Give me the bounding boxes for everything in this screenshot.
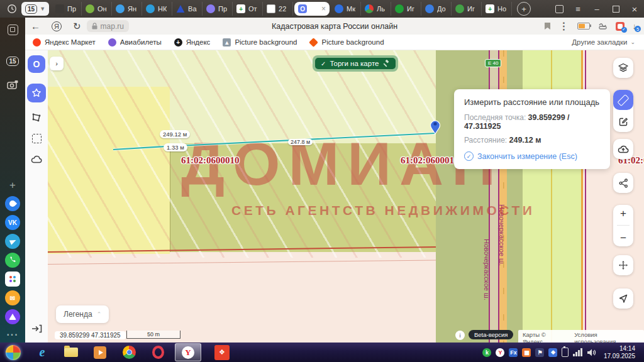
downloads-icon[interactable]: ↓ 5: [633, 21, 637, 31]
browser-tab[interactable]: Иг: [452, 2, 482, 16]
edit-button[interactable]: [613, 111, 633, 132]
tab-group-chip[interactable]: 15 ▼: [21, 2, 49, 16]
zoom-out-button[interactable]: −: [620, 233, 626, 243]
start-button[interactable]: [5, 344, 21, 361]
sidebar-add-icon[interactable]: +: [6, 178, 19, 192]
taskbar-ie[interactable]: e: [34, 344, 50, 361]
alice-icon[interactable]: [5, 309, 20, 324]
share-button[interactable]: [613, 173, 633, 193]
bookmark-favicon: +: [174, 38, 182, 47]
map-viewport[interactable]: E 40 Новочеркасское ш. Новочеркасское ш.…: [48, 50, 644, 343]
more-options-icon[interactable]: ⋮: [559, 20, 569, 32]
browser-tab[interactable]: Ян: [112, 2, 142, 16]
other-bookmarks-button[interactable]: Другие закладки⌄: [572, 38, 644, 46]
bookmark-icon[interactable]: [544, 22, 551, 30]
yandex-apps-icon[interactable]: [5, 272, 20, 287]
info-icon[interactable]: i: [455, 331, 465, 340]
taskbar-chrome[interactable]: [121, 344, 137, 361]
cadastral-number[interactable]: 61:02:0600010: [181, 155, 240, 166]
browser-tab[interactable]: Пр: [203, 2, 233, 16]
bookmark-item[interactable]: ▴Picture background: [223, 38, 297, 47]
yandex-mail-icon[interactable]: ✉: [5, 290, 20, 305]
telegram-icon[interactable]: [5, 234, 20, 249]
parcel-yellow[interactable]: [48, 87, 170, 254]
browser-tab[interactable]: +От: [233, 2, 263, 16]
site-logo[interactable]: O: [28, 55, 45, 73]
draw-polygon-button[interactable]: [27, 108, 46, 127]
screenshot-icon[interactable]: [6, 78, 19, 92]
zoom-in-button[interactable]: +: [620, 208, 626, 219]
bookmark-label: Яндекс Маркет: [45, 38, 96, 46]
browser-tab[interactable]: 22: [263, 2, 293, 16]
browser-tab[interactable]: До: [421, 2, 452, 16]
yandex-search-icon[interactable]: Я: [52, 21, 62, 31]
terms-link[interactable]: Условия использования: [574, 331, 640, 343]
taskbar-media-app[interactable]: [92, 344, 108, 361]
exit-button[interactable]: [27, 319, 46, 338]
scale-bar: 50 m: [126, 331, 180, 339]
speaker-tray-icon[interactable]: [587, 348, 596, 357]
collections-icon[interactable]: [598, 22, 608, 30]
yandex-tray-icon[interactable]: Y: [496, 348, 504, 357]
browser-tab[interactable]: Иг: [391, 2, 421, 16]
browser-tab[interactable]: НК: [142, 2, 172, 16]
extension-icon[interactable]: ✓: [616, 22, 625, 31]
browser-tab[interactable]: +Но: [482, 2, 512, 16]
tab-close-icon[interactable]: ×: [321, 4, 326, 13]
torgi-button[interactable]: ✓ Торги на карте: [315, 58, 396, 69]
close-button[interactable]: ×: [625, 4, 644, 14]
select-area-button[interactable]: [27, 129, 46, 148]
bookmark-item[interactable]: +Яндекс: [174, 38, 211, 47]
bookmark-item[interactable]: Picture background: [309, 38, 384, 47]
firefox-tray-icon[interactable]: Fx: [509, 348, 518, 357]
upload-button[interactable]: [613, 139, 633, 159]
tab-panels-icon[interactable]: [550, 5, 569, 13]
taskbar-explorer[interactable]: [63, 344, 79, 361]
url-field[interactable]: map.ru: [87, 20, 129, 32]
network-tray-icon[interactable]: ❖: [548, 348, 557, 357]
sidebar-more-icon[interactable]: ···: [6, 328, 19, 342]
taskbar-opera[interactable]: [150, 344, 166, 361]
signal-tray-icon[interactable]: [573, 348, 582, 356]
finish-measure-link[interactable]: ✓ Закончить измерение (Esc): [464, 151, 600, 161]
legend-button[interactable]: Легенда ⌃: [56, 305, 109, 323]
browser-tab[interactable]: Пр: [52, 2, 82, 16]
address-bar: ← Я ↻ map.ru Кадастровая карта России он…: [25, 18, 644, 35]
browser-tab-active[interactable]: O×: [294, 2, 330, 16]
battery-tray-icon[interactable]: [562, 348, 569, 357]
new-tab-button[interactable]: +: [517, 2, 531, 16]
measure-tool-button[interactable]: [613, 90, 633, 110]
browser-tab[interactable]: Ль: [361, 2, 391, 16]
cadastral-number[interactable]: 61:02:0600010: [401, 155, 459, 166]
bookmark-item[interactable]: Яндекс Маркет: [33, 38, 96, 47]
history-icon[interactable]: [5, 2, 19, 16]
kaspersky-tray-icon[interactable]: k: [482, 348, 491, 357]
taskbar-yandex-browser-active[interactable]: Y: [175, 343, 201, 361]
bookmark-item[interactable]: Авиабилеты: [108, 38, 162, 47]
browser-tab[interactable]: Мк: [331, 2, 361, 16]
app-tray-icon[interactable]: ▦: [522, 348, 531, 357]
browser-tab[interactable]: Ва: [172, 2, 203, 16]
locate-button[interactable]: [613, 288, 633, 309]
refresh-icon[interactable]: ↻: [73, 21, 81, 32]
restore-button[interactable]: [606, 6, 625, 13]
taskbar-red-app[interactable]: ❖: [214, 344, 230, 361]
back-button[interactable]: ←: [31, 21, 40, 31]
layers-button[interactable]: [613, 58, 633, 78]
favorites-button[interactable]: [27, 84, 46, 102]
minimize-button[interactable]: –: [587, 4, 606, 14]
expand-panel-button[interactable]: ›: [50, 57, 64, 70]
battery-icon[interactable]: [577, 23, 590, 30]
menu-icon[interactable]: ≡: [569, 4, 587, 14]
side-panel-icon[interactable]: [6, 23, 19, 36]
vk-icon[interactable]: VK: [5, 215, 20, 230]
navigation-arrow-icon: [619, 294, 628, 303]
action-center-flag-icon[interactable]: ⚑: [535, 348, 544, 357]
taskbar-clock[interactable]: 14:14 17.09.2025: [601, 345, 640, 360]
pan-button[interactable]: [613, 255, 633, 275]
yandex-browser-icon[interactable]: [5, 196, 20, 211]
tabs-counter-icon[interactable]: 15: [6, 54, 19, 68]
cloud-button[interactable]: [27, 150, 46, 168]
browser-tab[interactable]: Он: [82, 2, 112, 16]
whatsapp-icon[interactable]: [5, 253, 20, 268]
